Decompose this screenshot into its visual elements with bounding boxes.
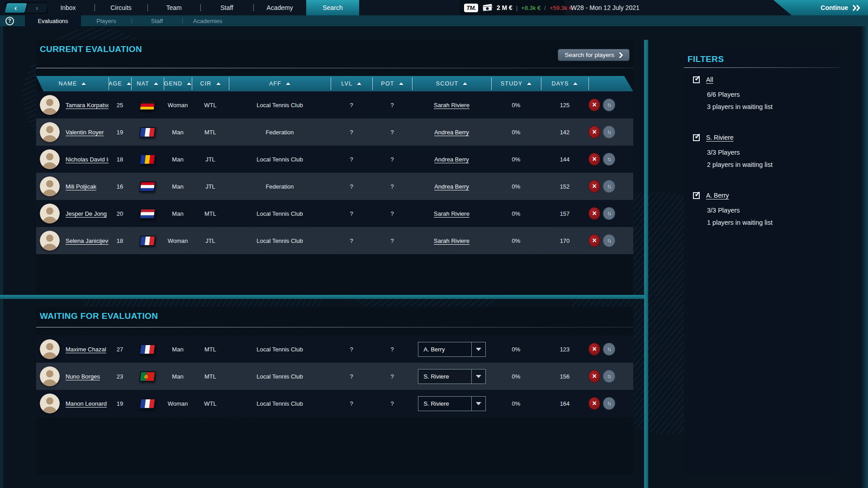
reorder-button[interactable]: ↑↓ [603,343,615,355]
player-name-link[interactable]: Manon Leonard [66,400,107,407]
circuit-value: JTL [192,173,229,200]
sub-tab-label: Staff [151,18,163,24]
gender-value: Man [164,118,192,146]
column-header[interactable]: AGE [109,76,131,91]
player-avatar [40,176,60,196]
nationality-flag-fr [139,344,156,355]
sub-nav-tab-staff[interactable]: Staff [132,15,182,26]
top-nav-tab-team[interactable]: Team [147,0,200,15]
reorder-button[interactable]: ↑↓ [603,153,615,166]
remove-button[interactable]: × [588,180,600,193]
scout-dropdown[interactable]: A. Berry [418,342,486,357]
remove-icon: × [593,183,597,190]
circuit-value: MTL [192,200,229,227]
affiliation-value: Local Tennis Club [229,363,331,390]
level-value: ? [331,363,372,390]
study-progress-value: 0% [491,336,541,363]
checkbox[interactable]: ✓ [693,192,700,199]
up-down-arrows-icon: ↑↓ [607,346,611,352]
top-nav-tab-academy[interactable]: Academy [253,0,306,15]
column-header[interactable]: POT [372,76,412,91]
column-header[interactable]: LVL [331,76,372,91]
remove-button[interactable]: × [588,207,600,220]
column-header[interactable]: NAT [131,76,164,91]
scout-name-link[interactable]: Sarah Riviere [434,102,470,109]
back-button[interactable]: ‹ [5,3,27,13]
chevron-down-icon [471,397,485,411]
player-name-link[interactable]: Selena Janicijevic [66,237,109,244]
top-nav-tab-circuits[interactable]: Circuits [95,0,147,15]
reorder-button[interactable]: ↑↓ [603,234,615,247]
scout-name-link[interactable]: Andrea Berry [434,156,469,163]
remove-button[interactable]: × [588,370,600,383]
remove-button[interactable]: × [588,153,600,166]
reorder-button[interactable]: ↑↓ [603,370,615,383]
player-name-link[interactable]: Jesper De Jong [66,210,107,217]
column-header[interactable]: STUDY [491,76,541,91]
player-name-link[interactable]: Nuno Borges [66,373,100,380]
reorder-button[interactable]: ↑↓ [603,99,615,111]
filter-checkbox-row[interactable]: ✓ S. Riviere [693,134,832,141]
sub-tab-label: Players [96,18,116,24]
up-down-arrows-icon: ↑↓ [607,374,611,379]
player-avatar [40,149,60,169]
player-row: Tamara Korpatsch 25 Woman WTL Local Tenn… [36,91,633,118]
reorder-button[interactable]: ↑↓ [603,397,615,410]
scout-dropdown[interactable]: S. Riviere [418,369,486,384]
scout-name-link[interactable]: Sarah Riviere [434,210,470,217]
sub-nav-tab-players[interactable]: Players [81,15,132,26]
top-nav-tab-search[interactable]: Search [306,0,359,15]
filter-label: A. Berry [706,192,729,199]
checkbox[interactable]: ✓ [693,134,700,141]
potential-value: ? [372,227,412,254]
player-avatar [40,393,60,413]
potential-value: ? [372,118,412,146]
circuit-value: JTL [192,227,229,254]
player-name-link[interactable]: Nicholas David Ionel [66,156,109,163]
column-header[interactable]: SCOUT [412,76,491,91]
reorder-button[interactable]: ↑↓ [603,126,615,138]
checkbox[interactable]: ✓ [693,76,700,83]
nationality-cell [131,91,164,118]
player-name-link[interactable]: Mili Poljicak [66,183,96,190]
remove-button[interactable]: × [588,397,600,410]
filter-checkbox-row[interactable]: ✓ All [693,76,832,83]
player-avatar [40,204,60,223]
column-header[interactable]: CIR [192,76,229,91]
reorder-button[interactable]: ↑↓ [603,180,615,193]
remove-button[interactable]: × [588,234,600,247]
level-value: ? [331,173,372,200]
player-name-link[interactable]: Maxime Chazal [66,346,106,353]
top-nav-tab-staff[interactable]: Staff [200,0,253,15]
remove-button[interactable]: × [588,99,600,111]
days-value: 157 [541,200,588,227]
remove-button[interactable]: × [588,343,600,355]
scout-name-link[interactable]: Andrea Berry [434,129,469,136]
player-name-link[interactable]: Valentin Royer [66,129,104,136]
column-header[interactable]: AFF [229,76,331,91]
study-progress-value: 0% [491,118,541,146]
sub-nav-tab-academies[interactable]: Academies [182,15,233,26]
scout-dropdown[interactable]: S. Riviere [418,396,486,411]
top-nav-tab-inbox[interactable]: Inbox [42,0,95,15]
filter-waiting-count: 2 players in waiting list [693,159,832,171]
nav-tab-label: Inbox [60,4,76,11]
scout-cell: Andrea Berry [412,173,491,200]
column-header[interactable]: GEND [164,76,192,91]
help-icon[interactable]: ? [5,17,14,25]
search-for-players-button[interactable]: Search for players [558,49,630,61]
column-header[interactable]: NAME [36,76,109,91]
study-progress-value: 0% [491,390,541,417]
nationality-cell [131,200,164,227]
reorder-button[interactable]: ↑↓ [603,207,615,220]
remove-button[interactable]: × [588,126,600,138]
affiliation-value: Local Tennis Club [229,146,331,173]
scout-name-link[interactable]: Andrea Berry [434,183,469,190]
scout-name-link[interactable]: Sarah Riviere [434,237,470,244]
filters-title: FILTERS [688,54,724,64]
player-name-link[interactable]: Tamara Korpatsch [66,102,109,109]
column-header[interactable]: DAYS [541,76,588,91]
filter-checkbox-row[interactable]: ✓ A. Berry [693,192,832,199]
remove-icon: × [593,400,597,407]
sub-nav-tab-evaluations[interactable]: Evaluations [25,15,81,26]
